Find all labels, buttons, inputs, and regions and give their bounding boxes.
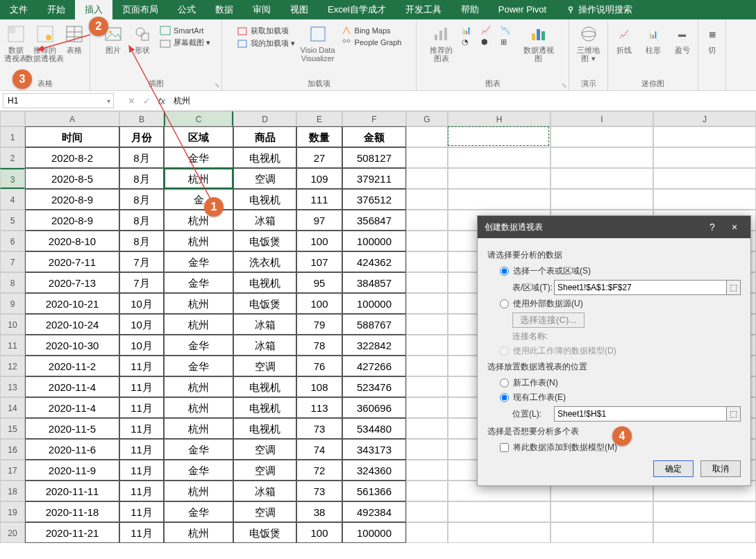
cell-10-A[interactable]: 2020-10-24: [25, 314, 119, 335]
cell-16-A[interactable]: 2020-11-6: [25, 439, 119, 460]
cell-4-E[interactable]: 111: [296, 189, 342, 210]
cell-18-F[interactable]: 561366: [342, 481, 406, 501]
cell-19-H[interactable]: [448, 501, 551, 522]
tab-data[interactable]: 数据: [205, 0, 243, 19]
row-header-6[interactable]: 6: [0, 231, 25, 251]
row-header-16[interactable]: 16: [0, 439, 25, 460]
chart-type-2[interactable]: 📈: [478, 25, 496, 35]
cell-11-F[interactable]: 322842: [342, 335, 406, 356]
cell-20-H[interactable]: [448, 522, 551, 543]
cell-5-D[interactable]: 冰箱: [233, 210, 296, 231]
cell-3-G[interactable]: [406, 168, 448, 189]
cell-19-G[interactable]: [406, 501, 448, 522]
cell-7-F[interactable]: 424362: [342, 251, 406, 272]
cell-14-D[interactable]: 电视机: [233, 397, 296, 418]
tab-home[interactable]: 开始: [37, 0, 75, 19]
cell-4-G[interactable]: [406, 189, 448, 210]
cell-13-G[interactable]: [406, 376, 448, 397]
chart-type-5[interactable]: ⬢: [478, 37, 496, 47]
radio-select-range[interactable]: [500, 267, 509, 276]
cell-12-C[interactable]: 金华: [164, 356, 233, 376]
cell-12-F[interactable]: 427266: [342, 356, 406, 376]
cell-15-C[interactable]: 杭州: [164, 418, 233, 439]
3dmap-button[interactable]: 三维地 图 ▾: [574, 22, 603, 64]
tab-insert[interactable]: 插入: [75, 0, 112, 19]
cell-20-B[interactable]: 11月: [119, 522, 164, 543]
recommended-pivot-button[interactable]: 推荐的 数据透视表: [31, 22, 60, 64]
cell-13-B[interactable]: 11月: [119, 376, 164, 397]
cell-20-I[interactable]: [551, 522, 653, 543]
sparkline-winloss[interactable]: ▬盈亏: [668, 22, 697, 56]
row-header-15[interactable]: 15: [0, 418, 25, 439]
cell-3-I[interactable]: [551, 168, 653, 189]
cell-2-F[interactable]: 508127: [342, 147, 406, 168]
cell-20-D[interactable]: 电饭煲: [233, 522, 296, 543]
cell-20-C[interactable]: 杭州: [164, 522, 233, 543]
ok-button[interactable]: 确定: [653, 460, 694, 477]
cell-4-F[interactable]: 376512: [342, 189, 406, 210]
cell-1-A[interactable]: 时间: [25, 126, 119, 147]
cell-5-G[interactable]: [406, 210, 448, 231]
cell-11-E[interactable]: 78: [296, 335, 342, 356]
tab-powerpivot[interactable]: Power Pivot: [489, 0, 556, 19]
pivot-chart-button[interactable]: 数据透视图: [519, 22, 559, 64]
cell-4-B[interactable]: 8月: [119, 189, 164, 210]
cell-8-G[interactable]: [406, 272, 448, 293]
tab-custom[interactable]: Excel自学成才: [318, 0, 396, 19]
illus-launcher-icon[interactable]: ⤡: [215, 82, 220, 89]
cell-6-F[interactable]: 100000: [342, 231, 406, 251]
cell-4-I[interactable]: [551, 189, 653, 210]
cell-16-D[interactable]: 空调: [233, 439, 296, 460]
cell-13-F[interactable]: 523476: [342, 376, 406, 397]
cell-11-A[interactable]: 2020-10-30: [25, 335, 119, 356]
cell-1-F[interactable]: 金额: [342, 126, 406, 147]
cell-16-B[interactable]: 11月: [119, 439, 164, 460]
cell-2-G[interactable]: [406, 147, 448, 168]
cell-17-C[interactable]: 金华: [164, 460, 233, 481]
cell-3-C[interactable]: 杭州: [164, 168, 233, 189]
cell-15-D[interactable]: 电视机: [233, 418, 296, 439]
cell-12-D[interactable]: 空调: [233, 356, 296, 376]
cell-9-A[interactable]: 2020-10-21: [25, 293, 119, 314]
cell-17-F[interactable]: 324360: [342, 460, 406, 481]
cell-13-C[interactable]: 杭州: [164, 376, 233, 397]
cell-2-H[interactable]: [448, 147, 551, 168]
cell-19-B[interactable]: 11月: [119, 501, 164, 522]
cell-14-G[interactable]: [406, 397, 448, 418]
cell-3-F[interactable]: 379211: [342, 168, 406, 189]
cell-8-B[interactable]: 7月: [119, 272, 164, 293]
cell-3-J[interactable]: [653, 168, 756, 189]
cell-10-G[interactable]: [406, 314, 448, 335]
cell-20-E[interactable]: 100: [296, 522, 342, 543]
cell-19-F[interactable]: 492384: [342, 501, 406, 522]
recommended-charts-button[interactable]: 推荐的 图表: [427, 22, 456, 64]
cell-19-I[interactable]: [551, 501, 653, 522]
row-header-2[interactable]: 2: [0, 147, 25, 168]
cell-14-E[interactable]: 113: [296, 397, 342, 418]
cell-20-G[interactable]: [406, 522, 448, 543]
bing-maps-button[interactable]: Bing Maps: [338, 25, 405, 36]
cell-17-D[interactable]: 空调: [233, 460, 296, 481]
cell-3-D[interactable]: 空调: [233, 168, 296, 189]
cell-3-H[interactable]: [448, 168, 551, 189]
shapes-button[interactable]: 形状: [128, 22, 157, 56]
cell-8-F[interactable]: 384857: [342, 272, 406, 293]
cell-16-E[interactable]: 74: [296, 439, 342, 460]
visio-button[interactable]: Visio Data Visualizer: [298, 22, 338, 64]
cell-5-C[interactable]: 杭州: [164, 210, 233, 231]
cell-1-I[interactable]: [551, 126, 653, 147]
cell-19-D[interactable]: 空调: [233, 501, 296, 522]
col-header-I[interactable]: I: [551, 111, 653, 126]
cell-15-E[interactable]: 73: [296, 418, 342, 439]
cell-10-E[interactable]: 79: [296, 314, 342, 335]
cell-15-F[interactable]: 534480: [342, 418, 406, 439]
cell-3-B[interactable]: 8月: [119, 168, 164, 189]
row-header-12[interactable]: 12: [0, 356, 25, 376]
screenshot-button[interactable]: 屏幕截图 ▾: [157, 37, 213, 49]
row-header-14[interactable]: 14: [0, 397, 25, 418]
cell-1-G[interactable]: [406, 126, 448, 147]
cell-12-A[interactable]: 2020-11-2: [25, 356, 119, 376]
cell-2-D[interactable]: 电视机: [233, 147, 296, 168]
radio-existing-sheet[interactable]: [500, 393, 509, 402]
cell-6-D[interactable]: 电饭煲: [233, 231, 296, 251]
